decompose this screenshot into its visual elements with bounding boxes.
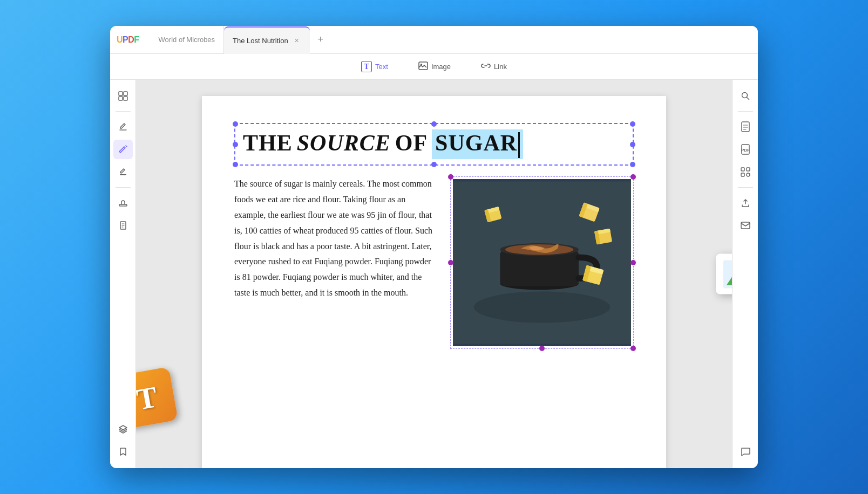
document-area[interactable]: THE SOURCE OF SUGAR The source of sugar … [136,80,732,468]
toolbar: T Text Image Link [110,54,758,80]
app-logo: UPDF [117,35,139,45]
layers-icon[interactable] [113,420,133,439]
sidebar-divider-1 [116,111,131,112]
sidebar-divider-2 [116,187,131,188]
stamp-icon[interactable] [113,193,133,212]
heading-word-sugar: SUGAR [432,129,523,159]
selection-handle-tm[interactable] [431,121,437,127]
title-bar: UPDF World of Microbes The Lost Nutritio… [110,26,758,54]
main-content: › [110,80,758,468]
svg-rect-33 [742,122,749,132]
selection-handle-bl[interactable] [233,162,238,167]
img-handle-mr[interactable] [630,260,636,265]
svg-rect-5 [124,97,127,100]
svg-rect-38 [741,173,744,176]
text-cursor [518,132,520,158]
document-page: THE SOURCE OF SUGAR The source of sugar … [202,96,666,468]
heading-word-the: THE [243,131,293,155]
selection-handle-bm[interactable] [431,162,437,167]
link-icon [481,62,491,72]
tab-world-of-microbes[interactable]: World of Microbes [150,26,225,54]
content-row: The source of sugar is mainly cereals. T… [234,176,634,349]
svg-rect-2 [119,92,123,95]
svg-rect-4 [119,97,123,100]
selection-handle-tr[interactable] [630,121,635,127]
svg-rect-6 [120,174,126,175]
export-icon[interactable] [736,193,755,212]
heading-word-source: SOURCE [297,131,391,155]
left-sidebar: › [110,80,136,468]
float-image-inner [716,254,732,294]
img-handle-ml[interactable] [448,260,453,265]
heading-text-block[interactable]: THE SOURCE OF SUGAR [234,123,634,166]
selection-handle-ml[interactable] [233,142,238,147]
float-text-symbol: T [136,379,160,417]
svg-point-10 [474,292,610,323]
selection-handle-tl[interactable] [233,121,238,127]
svg-rect-37 [747,168,750,171]
mail-icon[interactable] [736,216,755,235]
image-selected-container[interactable] [450,176,634,349]
text-tool-button[interactable]: T Text [355,58,395,76]
tab-close-button[interactable]: ✕ [293,37,301,45]
image-icon [418,61,428,72]
svg-rect-3 [124,92,127,95]
ocr-scan-icon[interactable] [736,162,755,182]
comment-icon[interactable] [736,442,755,462]
svg-rect-7 [119,204,127,206]
highlight-tool-icon[interactable] [113,162,133,182]
body-text: The source of sugar is mainly cereals. T… [234,176,434,349]
floating-text-icon: T [136,367,178,429]
save-pdf-icon[interactable] [736,117,755,136]
image-block[interactable] [450,176,634,349]
selection-handle-br[interactable] [630,162,635,167]
image-tool-button[interactable]: Image [412,58,457,76]
pdf-a-icon[interactable]: PDF [736,140,755,159]
thumbnail-panel-icon[interactable]: › [113,86,133,106]
img-handle-bm[interactable] [539,346,545,351]
img-handle-br[interactable] [630,346,636,351]
text-edit-icon[interactable] [113,117,133,136]
tab-the-lost-nutrition[interactable]: The Lost Nutrition ✕ [224,26,310,54]
link-tool-button[interactable]: Link [474,59,513,75]
right-divider-2 [738,187,753,188]
img-handle-tr[interactable] [630,174,636,180]
search-icon[interactable] [736,86,755,106]
add-tab-button[interactable]: + [313,32,328,47]
pages-manage-icon[interactable] [113,216,133,235]
right-divider-1 [738,111,753,112]
heading-word-of: OF [395,131,428,155]
app-window: UPDF World of Microbes The Lost Nutritio… [110,26,758,468]
edit-mode-icon[interactable] [113,140,133,159]
svg-rect-36 [741,168,744,171]
svg-rect-40 [741,222,750,229]
selection-handle-mr[interactable] [630,142,635,147]
bookmark-icon[interactable] [113,442,133,462]
document-heading: THE SOURCE OF SUGAR [243,129,625,159]
coffee-cup-image [453,179,631,346]
floating-image-icon [716,254,732,294]
svg-text:PDF: PDF [741,148,750,153]
svg-point-39 [747,173,750,176]
right-sidebar: PDF [732,80,758,468]
text-icon: T [361,61,372,72]
